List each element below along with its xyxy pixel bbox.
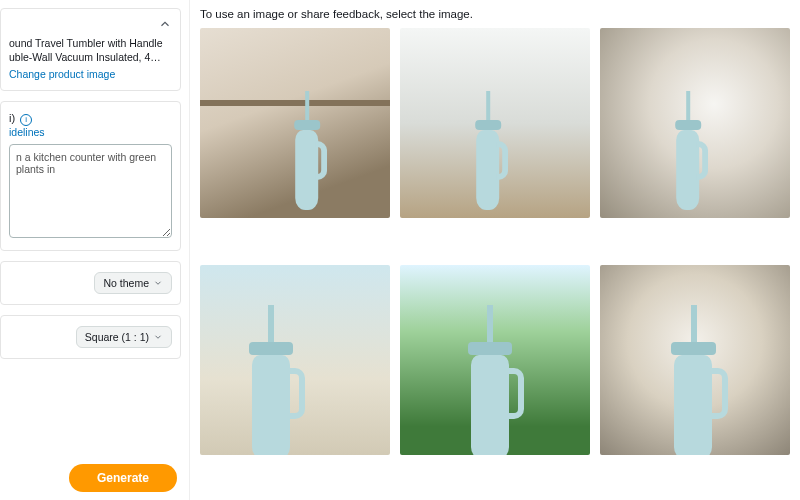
- aspect-select-label: Square (1 : 1): [85, 331, 149, 343]
- chevron-down-icon: [153, 332, 163, 342]
- tumbler-graphic: [287, 108, 333, 211]
- collapse-icon[interactable]: [158, 17, 172, 33]
- result-thumb[interactable]: [600, 265, 790, 455]
- guidelines-link[interactable]: idelines: [9, 126, 45, 138]
- aspect-select[interactable]: Square (1 : 1): [76, 326, 172, 348]
- info-icon[interactable]: i: [20, 114, 32, 126]
- prompt-textarea[interactable]: [9, 144, 172, 238]
- helper-text: To use an image or share feedback, selec…: [200, 8, 790, 20]
- result-thumb[interactable]: [400, 28, 590, 218]
- result-thumb[interactable]: [200, 28, 390, 218]
- result-thumb[interactable]: [400, 265, 590, 455]
- prompt-panel: i) i idelines: [0, 101, 181, 251]
- tumbler-graphic: [661, 326, 737, 455]
- shelf-graphic: [200, 100, 390, 106]
- aspect-row: Square (1 : 1): [0, 315, 181, 359]
- results-grid: [200, 28, 790, 492]
- tumbler-graphic: [468, 108, 514, 211]
- result-thumb[interactable]: [600, 28, 790, 218]
- prompt-options-label: i): [9, 112, 15, 124]
- theme-select[interactable]: No theme: [94, 272, 172, 294]
- tumbler-graphic: [238, 326, 314, 455]
- product-title: ound Travel Tumbler with Handle uble-Wal…: [9, 37, 172, 64]
- main-area: To use an image or share feedback, selec…: [190, 0, 800, 500]
- tumbler-graphic: [668, 108, 714, 211]
- result-thumb[interactable]: [200, 265, 390, 455]
- change-product-image-link[interactable]: Change product image: [9, 68, 115, 80]
- theme-select-label: No theme: [103, 277, 149, 289]
- tumbler-graphic: [457, 326, 533, 455]
- generate-button[interactable]: Generate: [69, 464, 177, 492]
- product-panel: ound Travel Tumbler with Handle uble-Wal…: [0, 8, 181, 91]
- sidebar: ound Travel Tumbler with Handle uble-Wal…: [0, 0, 190, 500]
- chevron-down-icon: [153, 278, 163, 288]
- theme-row: No theme: [0, 261, 181, 305]
